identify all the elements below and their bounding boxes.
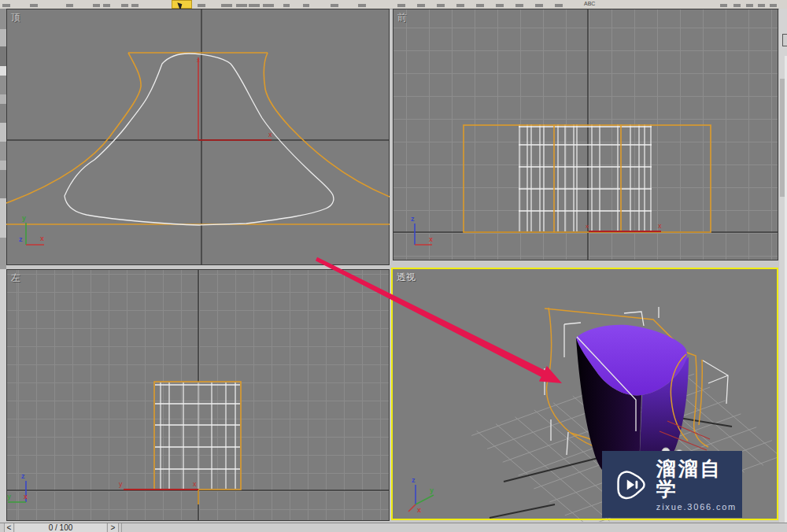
toolbar-icon[interactable] xyxy=(103,4,110,7)
strip-segment xyxy=(0,9,6,29)
viewport-front-label[interactable]: 前 xyxy=(397,11,407,24)
toolbar-icon[interactable] xyxy=(496,4,504,7)
command-panel-edge xyxy=(779,9,787,523)
strip-segment xyxy=(0,123,6,142)
toolbar-icon[interactable] xyxy=(397,4,405,7)
strip-segment xyxy=(0,104,6,123)
toolbar-icon[interactable] xyxy=(733,4,741,7)
toolbar-icon[interactable] xyxy=(476,4,484,7)
toolbar-icon[interactable] xyxy=(720,4,727,7)
strip-segment xyxy=(0,66,6,76)
watermark-url: zixue.3066.com xyxy=(656,502,742,512)
toolbar-icon[interactable] xyxy=(746,4,753,7)
toolbar-icon[interactable] xyxy=(263,4,274,7)
strip-segment xyxy=(0,76,6,94)
strip-segment xyxy=(0,142,6,161)
toolbar-icon[interactable] xyxy=(221,4,232,7)
toolbar-icon[interactable] xyxy=(121,4,128,7)
toolbar-icon[interactable] xyxy=(236,4,247,7)
viewport-top-label[interactable]: 顶 xyxy=(11,11,20,24)
toolbar-icon[interactable] xyxy=(93,4,100,7)
toolbar-icon[interactable] xyxy=(131,4,139,7)
viewport-front[interactable]: 前 xyxy=(393,9,778,260)
toolbar-icon[interactable] xyxy=(283,4,290,7)
watermark: 溜溜自学 zixue.3066.com xyxy=(602,451,742,518)
toolbar-icon[interactable] xyxy=(515,4,523,7)
toolbar-icon[interactable] xyxy=(417,4,425,7)
toolbar-icon[interactable] xyxy=(758,4,765,7)
strip-segment xyxy=(0,161,6,170)
toolbar-icon[interactable] xyxy=(358,4,366,7)
toolbar-icon[interactable] xyxy=(456,4,464,7)
toolbar-icon[interactable] xyxy=(535,4,543,7)
viewport-left[interactable]: 左 xyxy=(6,269,390,521)
toolbar-icon[interactable] xyxy=(66,4,73,7)
panel-widget xyxy=(782,34,787,46)
viewport-top[interactable]: 顶 xyxy=(6,9,390,265)
toolbar-icon[interactable] xyxy=(555,4,563,7)
play-logo-icon xyxy=(613,467,648,503)
max-application-window: ABC 顶 x x y z xyxy=(0,0,787,532)
strip-segment xyxy=(0,269,6,523)
viewport-left-label[interactable]: 左 xyxy=(11,272,20,285)
left-toolbar-strip xyxy=(0,9,6,523)
track-bar-divider xyxy=(121,523,122,532)
strip-segment xyxy=(0,198,6,238)
prev-frame-button[interactable]: < xyxy=(4,523,14,532)
toolbar-icon[interactable] xyxy=(331,4,338,7)
strip-segment xyxy=(0,238,6,269)
time-slider-bar: < 0 / 100 > xyxy=(0,523,787,532)
strip-segment xyxy=(0,94,6,104)
toolbar-icon[interactable] xyxy=(770,4,777,7)
time-slider-track[interactable]: 0 / 100 xyxy=(15,523,106,532)
next-frame-button[interactable]: > xyxy=(107,523,119,532)
toolbar-icon[interactable] xyxy=(249,4,260,7)
watermark-title: 溜溜自学 xyxy=(656,458,742,499)
toolbar-icon[interactable] xyxy=(303,4,309,7)
toolbar-icon[interactable] xyxy=(30,4,38,7)
toolbar-icon[interactable] xyxy=(437,4,445,7)
toolbar-icon[interactable] xyxy=(198,4,205,7)
abc-icon: ABC xyxy=(584,1,595,6)
viewport-perspective-label[interactable]: 透视 xyxy=(397,271,416,284)
strip-segment xyxy=(0,29,6,46)
strip-segment xyxy=(0,46,6,66)
toolbar-icon[interactable] xyxy=(2,4,10,7)
select-object-button[interactable] xyxy=(172,0,192,9)
strip-segment xyxy=(0,170,6,198)
